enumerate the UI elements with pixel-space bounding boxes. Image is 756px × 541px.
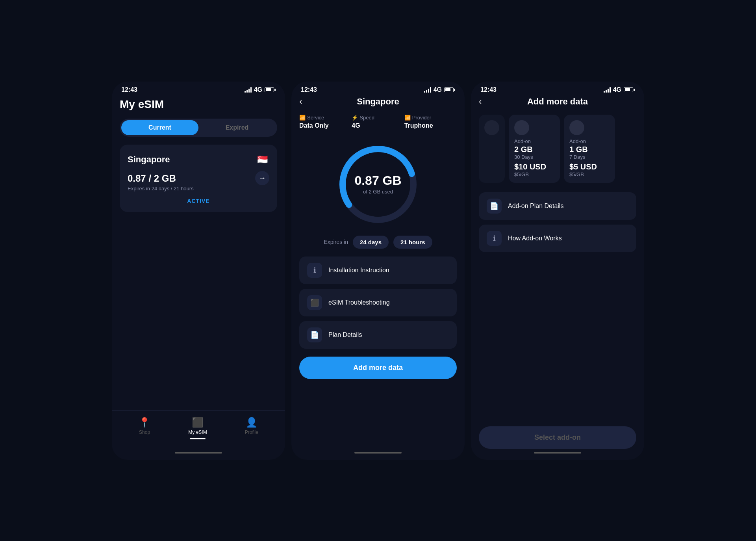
service-label: Service bbox=[307, 115, 324, 121]
add-data-button[interactable]: Add more data bbox=[299, 357, 457, 379]
gauge-subtitle: of 2 GB used bbox=[363, 189, 393, 195]
phone-my-esim: 12:43 4G My eSIM Current Expired bbox=[112, 82, 285, 460]
battery-icon-3 bbox=[624, 87, 635, 92]
battery-icon-2 bbox=[444, 87, 455, 92]
add-data-header: ‹ Add more data bbox=[479, 97, 636, 107]
nav-profile-label: Profile bbox=[245, 429, 258, 435]
data-gauge: 0.87 GB of 2 GB used bbox=[299, 141, 457, 228]
select-addon-button[interactable]: Select add-on bbox=[479, 426, 636, 449]
addon-card-0[interactable]: Add-on 2 GB 30 Days $10 USD $5/GB bbox=[509, 115, 560, 183]
how-works-label: How Add-on Works bbox=[508, 235, 562, 242]
plan-details-button[interactable]: 📄 Plan Details bbox=[299, 321, 457, 349]
wifi-icon: 📶 bbox=[299, 115, 306, 121]
info-row: 📶 Service Data Only ⚡ Speed 4G 📶 Provi bbox=[299, 115, 457, 129]
plan-details-label: Plan Details bbox=[328, 331, 362, 338]
back-button-2[interactable]: ‹ bbox=[299, 97, 302, 107]
how-works-button[interactable]: ℹ How Add-on Works bbox=[479, 225, 636, 252]
back-button-3[interactable]: ‹ bbox=[479, 97, 482, 107]
app-title: My eSIM bbox=[120, 98, 277, 111]
nav-esim-label: My eSIM bbox=[188, 429, 207, 435]
speed-value: 4G bbox=[352, 122, 404, 129]
speed-label: Speed bbox=[359, 115, 374, 121]
partial-addon-card bbox=[479, 115, 505, 183]
time-1: 12:43 bbox=[121, 86, 137, 93]
addon-plan-details-button[interactable]: 📄 Add-on Plan Details bbox=[479, 192, 636, 220]
nav-shop[interactable]: 📍 Shop bbox=[139, 417, 150, 439]
addon-plan-icon: 📄 bbox=[487, 199, 502, 214]
expires-hours-badge: 21 hours bbox=[393, 236, 432, 249]
expires-label: Expires in bbox=[324, 239, 348, 245]
addon-cards-list: Add-on 2 GB 30 Days $10 USD $5/GB Add-on… bbox=[479, 115, 636, 184]
installation-icon: ℹ bbox=[307, 263, 322, 278]
detail-title: Singapore bbox=[357, 97, 399, 107]
data-usage: 0.87 / 2 GB bbox=[128, 173, 269, 184]
expires-row: Expires in 24 days 21 hours bbox=[299, 236, 457, 249]
signal-icon-3 bbox=[604, 87, 611, 93]
partial-avatar bbox=[484, 120, 499, 135]
provider-icon: 📶 bbox=[404, 115, 411, 121]
troubleshooting-button[interactable]: ⬛ eSIM Troubleshooting bbox=[299, 289, 457, 316]
plan-details-icon: 📄 bbox=[307, 327, 322, 342]
nav-my-esim[interactable]: ⬛ My eSIM bbox=[188, 417, 207, 439]
battery-icon-1 bbox=[265, 87, 276, 92]
troubleshooting-icon: ⬛ bbox=[307, 295, 322, 310]
tab-current[interactable]: Current bbox=[121, 120, 198, 135]
gauge-text: 0.87 GB of 2 GB used bbox=[354, 173, 401, 195]
signal-icon-1 bbox=[245, 87, 252, 93]
status-right-1: 4G bbox=[245, 86, 276, 93]
add-data-title: Add more data bbox=[527, 97, 588, 107]
addon-avatar-0 bbox=[514, 120, 529, 135]
detail-header: ‹ Singapore bbox=[299, 97, 457, 107]
profile-icon: 👤 bbox=[246, 417, 258, 428]
network-3: 4G bbox=[613, 86, 621, 93]
speed-info: ⚡ Speed 4G bbox=[352, 115, 404, 129]
flag-icon: 🇸🇬 bbox=[255, 152, 269, 167]
phone-add-data: 12:43 4G ‹ Add more data bbox=[471, 82, 644, 460]
addon-type-1: Add-on bbox=[569, 138, 610, 144]
expires-text: Expires in 24 days / 21 hours bbox=[128, 186, 269, 191]
addon-plan-label: Add-on Plan Details bbox=[508, 203, 563, 210]
status-bar-3: 12:43 4G bbox=[471, 82, 644, 97]
provider-info: 📶 Provider Truphone bbox=[404, 115, 457, 129]
provider-label: Provider bbox=[412, 115, 431, 121]
addon-pergb-0: $5/GB bbox=[514, 171, 554, 177]
active-status: ACTIVE bbox=[128, 198, 269, 204]
addon-pergb-1: $5/GB bbox=[569, 171, 610, 177]
time-2: 12:43 bbox=[301, 86, 317, 93]
status-bar-1: 12:43 4G bbox=[112, 82, 285, 97]
nav-profile[interactable]: 👤 Profile bbox=[245, 417, 258, 439]
addon-days-1: 7 Days bbox=[569, 154, 610, 160]
addon-price-1: $5 USD bbox=[569, 162, 610, 171]
card-country: Singapore bbox=[128, 154, 170, 165]
esim-card[interactable]: Singapore 🇸🇬 0.87 / 2 GB Expires in 24 d… bbox=[120, 145, 277, 212]
installation-label: Installation Instruction bbox=[328, 267, 389, 274]
status-right-3: 4G bbox=[604, 86, 635, 93]
addon-card-1[interactable]: Add-on 1 GB 7 Days $5 USD $5/GB bbox=[564, 115, 615, 183]
tab-expired[interactable]: Expired bbox=[198, 120, 276, 135]
addon-days-0: 30 Days bbox=[514, 154, 554, 160]
speed-icon: ⚡ bbox=[352, 115, 358, 121]
gauge-value: 0.87 GB bbox=[354, 173, 401, 188]
provider-value: Truphone bbox=[404, 122, 457, 129]
service-info: 📶 Service Data Only bbox=[299, 115, 352, 129]
signal-icon-2 bbox=[424, 87, 431, 93]
status-right-2: 4G bbox=[424, 86, 455, 93]
tab-switcher: Current Expired bbox=[120, 119, 277, 137]
addon-size-1: 1 GB bbox=[569, 145, 610, 154]
troubleshooting-label: eSIM Troubleshooting bbox=[328, 299, 390, 306]
service-value: Data Only bbox=[299, 122, 352, 129]
network-2: 4G bbox=[434, 86, 442, 93]
phone-singapore-detail: 12:43 4G ‹ Singapore bbox=[291, 82, 465, 460]
how-works-icon: ℹ bbox=[487, 231, 502, 246]
arrow-button[interactable]: → bbox=[255, 171, 269, 185]
shop-icon: 📍 bbox=[139, 417, 150, 428]
addon-price-0: $10 USD bbox=[514, 162, 554, 171]
addon-type-0: Add-on bbox=[514, 138, 554, 144]
network-1: 4G bbox=[254, 86, 262, 93]
esim-icon: ⬛ bbox=[192, 417, 204, 428]
nav-shop-label: Shop bbox=[139, 429, 150, 435]
nav-indicator bbox=[190, 438, 206, 439]
addon-avatar-1 bbox=[569, 120, 584, 135]
installation-button[interactable]: ℹ Installation Instruction bbox=[299, 257, 457, 284]
status-bar-2: 12:43 4G bbox=[291, 82, 465, 97]
